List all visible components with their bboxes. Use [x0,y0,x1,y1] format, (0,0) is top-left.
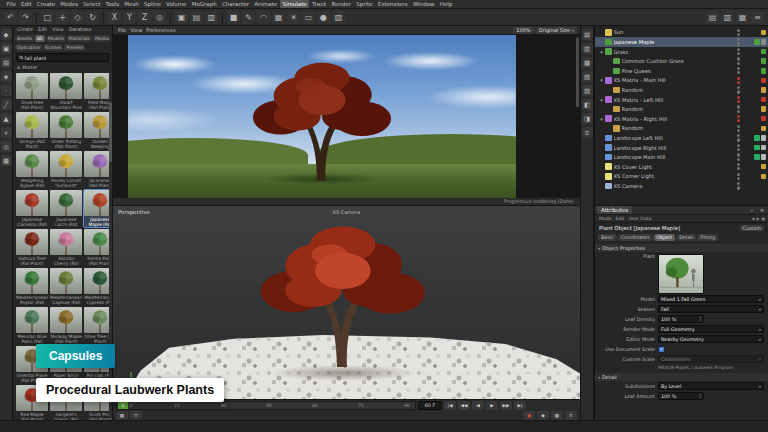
visibility-dot[interactable] [737,100,740,103]
menu-mograph[interactable]: MoGraph [189,0,219,8]
field-leaf-amount[interactable]: 100 %▴▾ [658,392,704,400]
visibility-dot[interactable] [737,48,740,51]
render-view-menu-preferences[interactable]: Preferences [144,27,177,33]
visibility-dot[interactable] [737,125,740,128]
spinner-arrows-icon[interactable]: ▴▾ [699,316,701,322]
asset-item-mediterranean-capsule-fall-plant[interactable]: Mediterranean Capsule (Fall Plant) [50,268,82,305]
asset-filter-models[interactable]: Models [46,35,66,42]
visibility-dot[interactable] [737,138,740,141]
menu-window[interactable]: Window [410,0,437,8]
tag-icon[interactable] [761,116,767,122]
play-button[interactable]: ▶ [486,401,498,410]
visibility-dot[interactable] [737,38,740,41]
visibility-dot[interactable] [737,158,740,161]
expand-icon[interactable]: ▾ [598,116,605,122]
zoom-level-select[interactable]: 100% [513,27,533,34]
asset-item-olive-tree-fall-plant[interactable]: Olive Tree (Fall Plant) [84,307,112,344]
visibility-dot[interactable] [737,52,740,55]
tag-icon[interactable] [761,58,767,64]
visibility-dot[interactable] [737,81,740,84]
visibility-dot[interactable] [737,129,740,132]
visibility-dot[interactable] [737,148,740,151]
redo-icon[interactable]: ↷ [19,11,32,24]
expand-icon[interactable]: ▾ [598,97,605,103]
attributes-menu-icon[interactable]: ≡ [758,206,766,214]
menu-character[interactable]: Character [219,0,251,8]
object-row-xs-camera[interactable]: XS Camera [595,181,768,191]
object-row-xs-corner-light[interactable]: XS Corner Light [595,172,768,182]
asset-menu-database[interactable]: Database [67,27,94,33]
menu-volume[interactable]: Volume [163,0,189,8]
rotate-tool-icon[interactable]: ↻ [86,11,99,24]
attribute-tab-basic[interactable]: Basic [598,234,617,241]
timeline-playhead[interactable]: 0 [118,402,128,409]
asset-item-mediterranean-cypress-fall-plant[interactable]: Mediterranean Cypress (Fall Plant) [84,268,112,305]
tag-icon[interactable] [761,68,767,74]
tag-icon[interactable] [761,126,767,132]
visibility-dot[interactable] [737,57,740,60]
select-custom-scale[interactable]: Centimeters▾ [658,355,764,363]
visibility-dot[interactable] [737,62,740,65]
tag-icon[interactable] [761,39,767,45]
object-row-grass[interactable]: ▾Grass [595,47,768,57]
panel-menu-icon[interactable]: ≡ [582,127,593,138]
object-row-landscape-left-hill[interactable]: Landscape Left Hill [595,133,768,143]
scale-tool-icon[interactable]: ◇ [71,11,84,24]
menu-help[interactable]: Help [437,0,455,8]
visibility-dot[interactable] [737,90,740,93]
tag-icon[interactable] [761,30,767,36]
asset-filter-all[interactable]: All [35,35,45,42]
asset-item-jacaranda-fall-plant[interactable]: Jacaranda (Fall Plant) [84,151,112,188]
timeline-options-button[interactable]: ≡ [565,411,577,420]
mograph-icon[interactable]: ▦ [272,11,285,24]
visibility-dot[interactable] [737,71,740,74]
asset-item-dwarf-mountain-pine-fall-plant[interactable]: Dwarf Mountain Pine (Fall Plant) [50,73,82,110]
coordinate-system-icon[interactable]: ◎ [153,11,166,24]
attributes-menu-user-data[interactable]: User Data [627,216,652,221]
goto-end-button[interactable]: ▶| [514,401,526,410]
asset-menu-create[interactable]: Create [15,27,35,33]
lock-icon[interactable]: ● [762,216,766,221]
texture-mode-icon[interactable]: ▤ [1,57,12,68]
object-row-japanese-maple[interactable]: Japanese Maple [595,37,768,47]
size-mode-select[interactable]: Original Size ▾ [536,27,577,34]
tag-icon[interactable] [761,164,767,170]
previous-frame-button[interactable]: ◀ [472,401,484,410]
layout-standard-icon[interactable]: ▤ [706,11,719,24]
object-row-xs-matrix-left-hill[interactable]: ▾XS Matrix - Left Hill [595,95,768,105]
asset-filter-media[interactable]: Media [93,35,111,42]
next-key-button[interactable]: ▶▶ [500,401,512,410]
visibility-dot[interactable] [737,144,740,147]
asset-item-mexican-blue-palm-fall-plant[interactable]: Mexican Blue Palm (Fall Plant) [16,307,48,344]
history-forward-icon[interactable]: ▶ [756,216,759,221]
fcurve-mode-icon[interactable]: ≡ [130,411,142,420]
asset-search-input[interactable]: fall plant [16,53,109,62]
attributes-search-icon[interactable]: ⌕ [748,206,756,214]
model-mode-icon[interactable]: ▣ [1,43,12,54]
timeline-panel-icon[interactable]: ▦ [582,57,593,68]
menu-edit[interactable]: Edit [18,0,34,8]
object-row-random[interactable]: Random [595,124,768,134]
asset-item-japanese-larch-fall-plant[interactable]: Japanese Larch (Fall Plant) [50,190,82,227]
visibility-dot[interactable] [737,115,740,118]
object-row-xs-cover-light[interactable]: XS Cover Light [595,162,768,172]
asset-item-kanzan-cherry-fall-plant[interactable]: Kanzan Cherry (Fall Plant) [50,229,82,266]
tag-icon[interactable] [761,78,767,84]
menu-simulate[interactable]: Simulate [280,0,310,8]
pen-tool-icon[interactable]: ✎ [242,11,255,24]
menu-spline[interactable]: Spline [141,0,163,8]
spinner-arrows-icon[interactable]: ▴▾ [699,393,701,399]
z-axis-lock-icon[interactable]: Z [138,11,151,24]
asset-subtab-scenes[interactable]: Scenes [43,44,63,51]
visibility-dot[interactable] [737,119,740,122]
object-row-common-cushion-grass[interactable]: Common Cushion Grass [595,56,768,66]
visibility-dot[interactable] [737,173,740,176]
environment-icon[interactable]: ▧ [332,11,345,24]
menu-render[interactable]: Render [329,0,354,8]
menu-file[interactable]: File [4,0,18,8]
object-row-landscape-right-hill[interactable]: Landscape Right Hill [595,143,768,153]
tag-icon[interactable] [761,145,767,151]
tag-icon[interactable] [761,97,767,103]
primitive-cube-icon[interactable]: ■ [227,11,240,24]
visibility-dot[interactable] [737,33,740,36]
